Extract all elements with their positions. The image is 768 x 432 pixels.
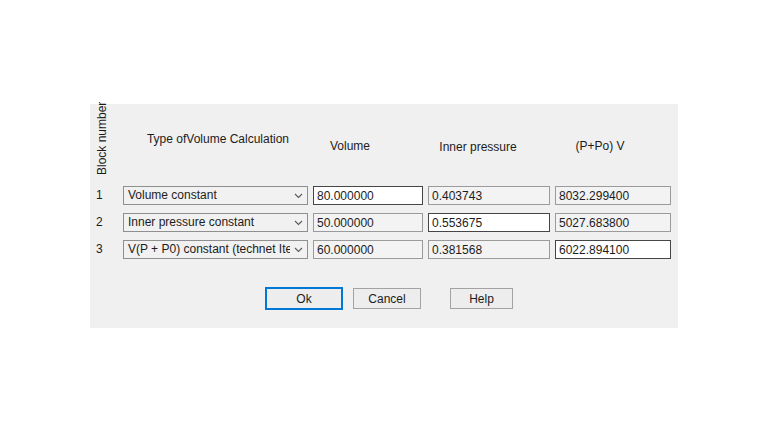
row-1-inner-pressure-input[interactable] bbox=[428, 186, 550, 205]
row-3-type-select[interactable]: V(P + P0) constant (technet Iteratic bbox=[123, 240, 308, 259]
row-1-volume-input[interactable] bbox=[313, 186, 423, 205]
row-1-number: 1 bbox=[96, 186, 112, 205]
row-2-volume-input[interactable] bbox=[313, 213, 423, 232]
column-header-block-number: Block number bbox=[94, 107, 110, 175]
row-3-volume-input[interactable] bbox=[313, 240, 423, 259]
row-2-ppo-v-input[interactable] bbox=[555, 213, 671, 232]
row-3-ppo-v-input[interactable] bbox=[555, 240, 671, 259]
row-1-type-select[interactable]: Volume constant bbox=[123, 186, 308, 205]
volume-calculation-dialog: Block number Type ofVolume Calculation V… bbox=[90, 104, 678, 328]
row-2-inner-pressure-input[interactable] bbox=[428, 213, 550, 232]
chevron-down-icon bbox=[290, 241, 307, 258]
ok-button[interactable]: Ok bbox=[265, 287, 343, 310]
row-2-number: 2 bbox=[96, 213, 112, 232]
column-header-type: Type ofVolume Calculation bbox=[123, 132, 313, 146]
row-1-type-selected-value: Volume constant bbox=[124, 187, 290, 204]
row-1-ppo-v-input[interactable] bbox=[555, 186, 671, 205]
column-header-ppo-v: (P+Po) V bbox=[545, 139, 655, 153]
row-3-type-selected-value: V(P + P0) constant (technet Iteratic bbox=[124, 241, 290, 258]
column-header-inner-pressure: Inner pressure bbox=[418, 140, 538, 154]
chevron-down-icon bbox=[290, 214, 307, 231]
chevron-down-icon bbox=[290, 187, 307, 204]
row-3-inner-pressure-input[interactable] bbox=[428, 240, 550, 259]
row-3-number: 3 bbox=[96, 240, 112, 259]
column-header-volume: Volume bbox=[300, 139, 400, 153]
help-button[interactable]: Help bbox=[450, 288, 513, 309]
row-2-type-selected-value: Inner pressure constant bbox=[124, 214, 290, 231]
screen: Block number Type ofVolume Calculation V… bbox=[0, 0, 768, 432]
row-2-type-select[interactable]: Inner pressure constant bbox=[123, 213, 308, 232]
cancel-button[interactable]: Cancel bbox=[353, 288, 421, 309]
